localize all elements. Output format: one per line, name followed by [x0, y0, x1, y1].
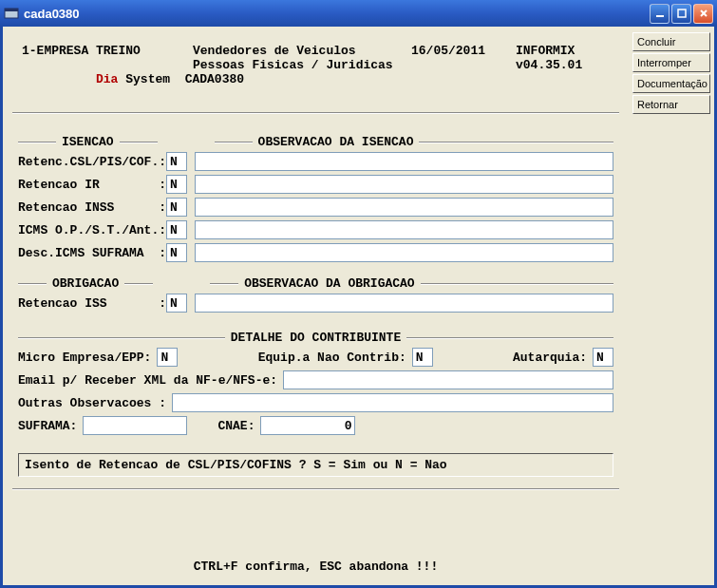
svg-rect-1 — [5, 9, 18, 11]
cnae-label: CNAE: — [217, 419, 255, 433]
documentacao-button[interactable]: Documentação — [632, 74, 710, 93]
suframa-label: SUFRAMA: — [18, 419, 77, 433]
header-line2-mid: Pessoas Fisicas / Juridicas — [193, 58, 516, 101]
isencao-title: ISENCAO — [56, 135, 120, 149]
retenc-inss-input[interactable] — [166, 198, 187, 217]
outras-input[interactable] — [172, 393, 613, 412]
minimize-button[interactable] — [650, 4, 670, 24]
obs-isencao-title: OBSERVACAO DA ISENCAO — [253, 135, 420, 149]
side-panel: Concluir Interromper Documentação Retorn… — [629, 27, 714, 585]
footer-hint: CTRL+F confirma, ESC abandona !!! — [12, 552, 619, 578]
retenc-iss-obs-input[interactable] — [195, 294, 613, 313]
autarquia-label: Autarquia: — [513, 351, 587, 365]
retenc-inss-obs-input[interactable] — [195, 198, 613, 217]
retenc-ir-input[interactable] — [166, 175, 187, 194]
isencao-legend: ISENCAO OBSERVACAO DA ISENCAO — [18, 135, 613, 149]
retenc-iss-input[interactable] — [166, 294, 187, 313]
retenc-csl-input[interactable] — [166, 152, 187, 171]
status-message: Isento de Retencao de CSL/PIS/COFINS ? S… — [18, 453, 613, 477]
desc-icms-input[interactable] — [166, 243, 187, 262]
cnae-input[interactable] — [260, 416, 355, 435]
obrigacao-legend: OBRIGACAO OBSERVACAO DA OBRIGACAO — [18, 276, 613, 291]
retenc-iss-label: Retencao ISS : — [18, 296, 166, 311]
titlebar: cada0380 — [0, 0, 717, 27]
retenc-ir-label: Retencao IR : — [18, 178, 166, 192]
outras-label: Outras Observacoes : — [18, 396, 166, 410]
header-subtitle: Vendedores de Veiculos — [193, 44, 411, 58]
footer-separator — [12, 488, 619, 490]
retenc-csl-obs-input[interactable] — [195, 152, 613, 171]
retenc-ir-obs-input[interactable] — [195, 175, 613, 194]
icms-op-obs-input[interactable] — [195, 220, 613, 239]
header-dia: Dia — [96, 72, 118, 86]
icms-op-label: ICMS O.P./S.T./Ant.: — [18, 223, 166, 237]
equip-label: Equip.a Nao Contrib: — [258, 351, 406, 365]
retenc-csl-label: Retenc.CSL/PIS/COF.: — [18, 155, 166, 169]
email-input[interactable] — [283, 370, 613, 389]
obs-obrigacao-title: OBSERVACAO DA OBRIGACAO — [238, 276, 420, 291]
maximize-button[interactable] — [671, 4, 691, 24]
app-icon — [4, 6, 19, 21]
detalhe-title: DETALHE DO CONTRIBUINTE — [225, 331, 406, 345]
header-version: v04.35.01 — [516, 58, 582, 101]
desc-icms-label: Desc.ICMS SUFRAMA : — [18, 246, 166, 260]
header-date: 16/05/2011 — [411, 44, 516, 58]
close-button[interactable] — [693, 4, 713, 24]
equip-input[interactable] — [412, 348, 433, 367]
svg-rect-2 — [656, 15, 664, 17]
header-db: INFORMIX — [516, 44, 575, 58]
detalhe-legend: DETALHE DO CONTRIBUINTE — [18, 331, 613, 345]
header-block: 1-EMPRESA TREINO Vendedores de Veiculos … — [12, 38, 619, 108]
interromper-button[interactable]: Interromper — [632, 53, 710, 72]
window-title: cada0380 — [24, 7, 80, 21]
desc-icms-obs-input[interactable] — [195, 243, 613, 262]
header-company: 1-EMPRESA TREINO — [22, 44, 193, 58]
email-label: Email p/ Receber XML da NF-e/NFS-e: — [18, 373, 277, 388]
svg-rect-3 — [678, 9, 686, 17]
separator — [12, 112, 619, 114]
obrigacao-title: OBRIGACAO — [47, 276, 124, 291]
micro-input[interactable] — [157, 348, 178, 367]
suframa-input[interactable] — [83, 416, 187, 435]
micro-label: Micro Empresa/EPP: — [18, 351, 151, 365]
concluir-button[interactable]: Concluir — [632, 32, 710, 51]
retenc-inss-label: Retencao INSS : — [18, 200, 166, 215]
retornar-button[interactable]: Retornar — [632, 95, 710, 114]
icms-op-input[interactable] — [166, 220, 187, 239]
autarquia-input[interactable] — [593, 348, 613, 367]
